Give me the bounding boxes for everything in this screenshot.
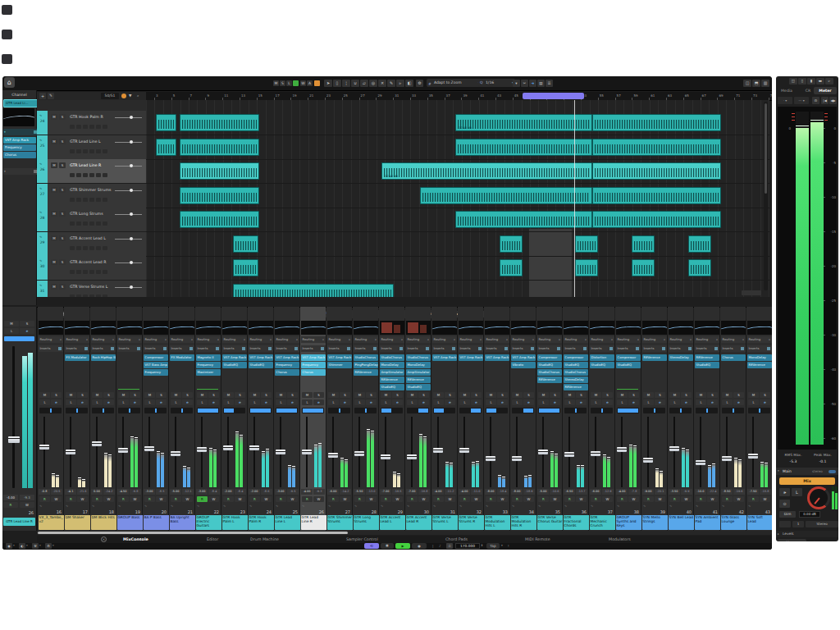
channel-fader-cap[interactable]: [144, 446, 154, 451]
channel-fader-cap[interactable]: [669, 446, 679, 451]
insert-slot[interactable]: StudioEQ: [564, 362, 588, 368]
channel-curve-display[interactable]: [117, 321, 142, 335]
channel-fader-cap[interactable]: [328, 453, 338, 458]
channel-fader-cap[interactable]: [171, 451, 180, 456]
audio-clip[interactable]: [500, 259, 523, 276]
play-button[interactable]: ▶: [395, 543, 410, 549]
tab-sampler-control[interactable]: Sampler Control: [346, 536, 378, 542]
channel-fader-cap[interactable]: [276, 450, 285, 454]
track-mini-button[interactable]: [103, 294, 107, 298]
channel-solo-button[interactable]: S: [655, 392, 665, 398]
channel-solo-button[interactable]: S: [366, 392, 377, 398]
mixer-channel-strip[interactable]: Routing◂InsertsStudioChorusMonoDelayAmpS…: [405, 307, 431, 531]
track-solo-button[interactable]: S: [59, 139, 66, 144]
object-select-tool[interactable]: ➤: [324, 80, 332, 87]
meter-preset-dropdown[interactable]: · ▾: [778, 97, 792, 104]
track-volume-handle[interactable]: [130, 140, 133, 144]
insert-slot[interactable]: StudioChorus: [380, 354, 404, 361]
track-mini-button[interactable]: [70, 221, 75, 226]
inserts-rack-header[interactable]: Inserts: [249, 345, 273, 352]
channel-mute-button[interactable]: M: [407, 392, 418, 398]
channel-listen-button[interactable]: L: [538, 399, 549, 405]
record-enable-indicator[interactable]: [293, 80, 299, 86]
insert-slot[interactable]: StudioEQ: [537, 362, 562, 368]
track-row[interactable]: ∿24MSGTR Hook Palm R: [37, 111, 146, 135]
gear-icon[interactable]: ⚙: [416, 80, 423, 87]
channel-listen-button[interactable]: L: [381, 399, 391, 405]
track-mute-button[interactable]: M: [51, 284, 57, 290]
channel-solo-button[interactable]: S: [733, 392, 744, 398]
track-solo-button[interactable]: S: [59, 284, 66, 290]
tab-drum-machine[interactable]: Drum Machine: [250, 536, 279, 542]
routing-rack-header[interactable]: Routing◂: [590, 336, 614, 343]
channel-write-button[interactable]: W: [681, 496, 692, 502]
routing-rack-header[interactable]: Routing◂: [249, 336, 273, 343]
routing-rack-header[interactable]: Routing◂: [222, 336, 247, 343]
channel-edit-button[interactable]: e: [287, 399, 298, 405]
track-mini-button[interactable]: [76, 125, 81, 129]
insert-slot[interactable]: StudioEQ: [616, 362, 641, 368]
inserts-rack-header[interactable]: Inserts: [406, 345, 431, 352]
insert-slot[interactable]: StudioEQ: [695, 362, 719, 368]
strip-write-button[interactable]: W: [20, 502, 34, 508]
track-mute-button[interactable]: M: [51, 139, 57, 144]
track-row[interactable]: ∿26MSGTR Lead Line R: [37, 159, 146, 184]
channel-write-button[interactable]: W: [366, 496, 377, 502]
channel-solo-button[interactable]: S: [602, 392, 613, 398]
channel-curve-display[interactable]: [537, 321, 562, 335]
channel-curve-display[interactable]: [616, 321, 641, 335]
track-row[interactable]: ∿25MSGTR Lead Line L: [37, 135, 146, 160]
channel-name-chip[interactable]: GROUP Electric Guitars: [196, 515, 222, 530]
track-mini-button[interactable]: [103, 198, 107, 202]
audio-clip[interactable]: [233, 235, 258, 253]
channel-solo-button[interactable]: S: [130, 392, 140, 398]
channel-listen-button[interactable]: L: [197, 399, 208, 405]
track-volume-handle[interactable]: [130, 212, 133, 216]
insert-slot[interactable]: REVerence: [537, 377, 562, 383]
inserts-rack-header[interactable]: Inserts: [695, 345, 719, 352]
channel-fader-cap[interactable]: [564, 452, 574, 457]
insert-slot[interactable]: StudioEQ: [249, 362, 273, 368]
insert-slot[interactable]: Frequency: [144, 369, 168, 376]
window-thumbnail[interactable]: [2, 5, 12, 15]
audio-clip[interactable]: [592, 187, 721, 204]
insert-slot[interactable]: AmpSimulator: [406, 369, 431, 376]
track-mini-button[interactable]: [89, 294, 94, 298]
mixer-channel-strip[interactable]: Routing◂InsertsMSLe-0.8-20.5RW∿16VX_3_Ta…: [38, 307, 63, 531]
routing-rack-header[interactable]: Routing◂: [196, 336, 221, 343]
channel-edit-button[interactable]: e: [77, 399, 88, 405]
channel-curve-display[interactable]: [39, 321, 63, 335]
range-select-tool[interactable]: ▯: [333, 80, 341, 87]
channel-listen-button[interactable]: L: [92, 399, 103, 405]
inserts-rack-header[interactable]: Inserts: [590, 345, 614, 352]
cycle-region[interactable]: [523, 93, 584, 99]
insert-slot[interactable]: VST Amp Rack: [275, 354, 299, 361]
channel-pan-control[interactable]: [92, 408, 114, 413]
channel-mute-button[interactable]: M: [486, 392, 496, 398]
strip-solo-button[interactable]: S: [20, 321, 34, 326]
channel-solo-button[interactable]: S: [182, 392, 193, 398]
channel-listen-button[interactable]: L: [512, 399, 523, 405]
track-mini-button[interactable]: [89, 246, 94, 250]
inserts-rack-header[interactable]: Inserts: [354, 345, 378, 352]
audio-clip[interactable]: [180, 162, 259, 180]
channel-edit-button[interactable]: e: [366, 399, 377, 405]
mixer-channel-strip[interactable]: Routing◂InsertsStereoDelayMSLe-3.50-9.9R…: [668, 307, 693, 531]
channel-write-button[interactable]: W: [340, 496, 350, 502]
audio-clip[interactable]: [632, 235, 655, 253]
routing-rack-header[interactable]: Routing◂: [564, 336, 588, 343]
channel-pan-control[interactable]: [171, 408, 193, 413]
adapt-to-zoom-dropdown[interactable]: #Adapt to Zoom▾: [427, 79, 482, 87]
channel-edit-button[interactable]: e: [760, 399, 770, 405]
channel-mute-button[interactable]: M: [354, 392, 365, 398]
audio-clip[interactable]: [156, 139, 176, 156]
toolbar-auto-w[interactable]: W: [300, 80, 306, 86]
mixer-channel-strip[interactable]: Routing◂InsertsVST Amp RackVibratoMSLe-8…: [510, 307, 536, 531]
track-mini-button[interactable]: [96, 294, 101, 298]
strip-pan-control[interactable]: [4, 336, 34, 341]
channel-curve-display[interactable]: [406, 321, 431, 335]
channel-edit-button[interactable]: e: [497, 399, 508, 405]
track-mute-button[interactable]: M: [51, 187, 57, 193]
channel-read-button[interactable]: R: [643, 496, 654, 502]
channel-name-chip[interactable]: GTR Fractional Chords: [564, 515, 590, 530]
